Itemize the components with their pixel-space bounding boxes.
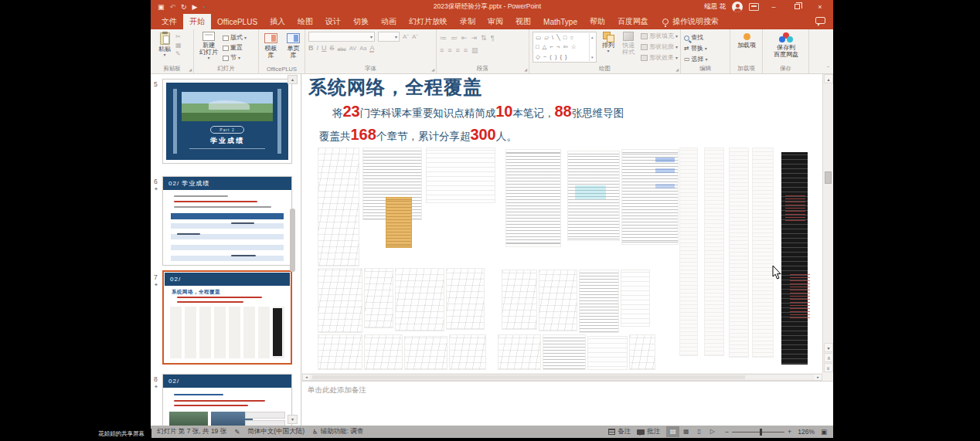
shapes-scroll-up-icon[interactable]: ▴ (591, 34, 594, 40)
language-indicator[interactable]: 简体中文(中国大陆) (247, 427, 305, 436)
note-image[interactable] (621, 270, 649, 326)
tab-view[interactable]: 视图 (509, 14, 537, 29)
tab-home[interactable]: 开始 (183, 14, 211, 29)
grow-font-icon[interactable]: Aˆ (403, 33, 409, 40)
accessibility-status[interactable]: ♿ 辅助功能: 调查 (312, 427, 363, 436)
dark-note-panel-image[interactable] (776, 148, 813, 368)
slide-6-thumbnail[interactable]: 02/ 学业成绩 (162, 176, 292, 266)
align-center-icon[interactable]: ≡ (447, 46, 451, 56)
zoom-thumb[interactable] (760, 429, 762, 436)
align-left-icon[interactable]: ≡ (440, 46, 444, 56)
note-image[interactable] (427, 148, 495, 202)
increase-indent-icon[interactable]: ⇥ (471, 34, 478, 43)
zoom-in-button[interactable]: + (788, 428, 791, 436)
tab-officeplus[interactable]: OfficePLUS (211, 14, 264, 29)
tab-file[interactable]: 文件 (155, 14, 183, 29)
paste-button[interactable]: 粘贴 ▾ (154, 32, 175, 58)
scroll-left-arrow[interactable]: ◂ (303, 375, 310, 380)
note-image[interactable] (539, 270, 577, 331)
reset-button[interactable]: 重置 (223, 43, 247, 53)
shapes-scroll-down-icon[interactable]: ▾ (591, 54, 594, 60)
next-slide-button[interactable]: « (824, 363, 833, 372)
align-right-icon[interactable]: ≡ (456, 46, 460, 56)
comments-bubble-icon[interactable] (815, 17, 825, 24)
cut-icon[interactable]: ✂ (175, 33, 182, 40)
slide-7-thumbnail-selected[interactable]: 02/ 系统网络，全程覆盖 (162, 270, 292, 365)
note-image[interactable] (588, 337, 627, 369)
tab-draw[interactable]: 绘图 (291, 14, 319, 29)
format-painter-icon[interactable]: ✎ (175, 50, 182, 57)
shape-outline-button[interactable]: 形状轮廓▾ (641, 42, 678, 52)
note-image[interactable] (365, 335, 402, 369)
font-dialog-launcher-icon[interactable]: ◢ (431, 68, 434, 72)
note-image[interactable] (318, 335, 362, 369)
layout-button[interactable]: 版式▾ (223, 33, 247, 42)
notes-placeholder[interactable]: 单击此处添加备注 (308, 385, 366, 395)
tab-animations[interactable]: 动画 (375, 14, 403, 29)
replace-button[interactable]: ⇄替换▾ (684, 44, 727, 53)
vertical-scrollbar[interactable]: ▴ ▾ « « (822, 74, 833, 373)
thumbnails-scroll-down[interactable]: ▾ (288, 415, 298, 424)
qat-customize-caret-icon[interactable]: ▾ (203, 5, 206, 9)
tab-mathtype[interactable]: MathType (537, 14, 584, 29)
font-size-combobox[interactable]: ▾ (378, 32, 400, 42)
shadow-icon[interactable]: abc (338, 46, 346, 52)
strikethrough-icon[interactable]: S (330, 44, 335, 52)
tab-transitions[interactable]: 切换 (347, 14, 375, 29)
scroll-down-arrow[interactable]: ▾ (824, 343, 833, 352)
note-strip-image[interactable] (730, 148, 748, 357)
justify-icon[interactable]: ≡ (464, 46, 468, 56)
decrease-indent-icon[interactable]: ⇤ (461, 34, 468, 43)
slide-position-indicator[interactable]: 幻灯片 第 7 张, 共 19 张 (157, 427, 226, 436)
note-image[interactable] (405, 337, 447, 369)
quick-styles-button[interactable]: 快速样式 (620, 32, 638, 63)
note-strip-image[interactable] (705, 148, 723, 355)
slide-canvas[interactable]: 系统网络，全程覆盖 将23门学科课本重要知识点精简成10本笔记，88张思维导图 … (302, 74, 822, 373)
bold-icon[interactable]: B (308, 44, 314, 52)
tab-slideshow[interactable]: 幻灯片放映 (403, 14, 454, 29)
single-page-library-button[interactable]: 单页库 (284, 33, 302, 59)
font-name-combobox[interactable]: ▾ (308, 32, 375, 42)
note-image[interactable] (318, 148, 359, 266)
underline-icon[interactable]: U (322, 44, 327, 52)
select-button[interactable]: ▭选择▾ (684, 55, 727, 64)
section-button[interactable]: 节▾ (223, 53, 247, 63)
horizontal-scrollbar-thumb[interactable] (312, 375, 745, 379)
ribbon-display-options-icon[interactable] (749, 3, 759, 11)
note-image[interactable] (450, 335, 485, 369)
account-name[interactable]: 端思 花 (704, 2, 726, 12)
avatar[interactable] (732, 2, 743, 12)
find-button[interactable]: 查找 (684, 33, 727, 42)
restore-button[interactable] (788, 3, 805, 11)
close-button[interactable]: × (812, 3, 829, 11)
note-image[interactable] (502, 270, 536, 329)
columns-icon[interactable]: ▥ (471, 46, 478, 56)
collapse-ribbon-icon[interactable]: ˆ (827, 65, 829, 72)
save-to-baidu-button[interactable]: 保存到 百度网盘 (766, 32, 806, 58)
note-image[interactable] (499, 335, 540, 369)
tab-baidu-pan[interactable]: 百度网盘 (611, 14, 655, 29)
drawing-dialog-launcher-icon[interactable]: ◢ (675, 68, 679, 72)
start-slideshow-icon[interactable]: ▶ (192, 4, 198, 11)
slide-8-thumbnail[interactable]: 02/ (162, 374, 292, 426)
shapes-gallery-scroll[interactable]: ▴ ▾ (589, 33, 595, 61)
bullets-icon[interactable]: ≔ (440, 34, 447, 43)
note-image[interactable] (630, 335, 655, 369)
shapes-gallery[interactable]: ▭ ▱ \ ╲ □ ○ □ △ ⌐ ¬ ⇦ ☆ ◇ ~ ( ) { } ▴ ▾ (533, 32, 597, 63)
shrink-font-icon[interactable]: Aˇ (412, 33, 418, 40)
copy-icon[interactable]: ▦ (175, 42, 182, 49)
notes-pane[interactable]: 单击此处添加备注 (302, 381, 833, 426)
slide-body-text[interactable]: 将23门学科课本重要知识点精简成10本笔记，88张思维导图 覆盖共168个章节，… (319, 102, 659, 148)
note-strip-image[interactable] (753, 148, 773, 357)
note-image[interactable] (543, 335, 585, 369)
addins-button[interactable]: 加载项 (733, 32, 760, 49)
normal-view-button[interactable]: ▤ (666, 426, 679, 437)
scroll-right-arrow[interactable]: ▸ (815, 375, 822, 380)
char-spacing-icon[interactable]: AV (349, 45, 356, 52)
fit-to-window-icon[interactable]: ▣ (821, 428, 827, 436)
italic-icon[interactable]: I (317, 44, 319, 52)
slideshow-view-button[interactable]: ▷ (706, 426, 719, 437)
tab-insert[interactable]: 插入 (264, 14, 291, 29)
spell-check-icon[interactable]: ✎ (234, 428, 240, 436)
note-image[interactable] (622, 150, 678, 244)
